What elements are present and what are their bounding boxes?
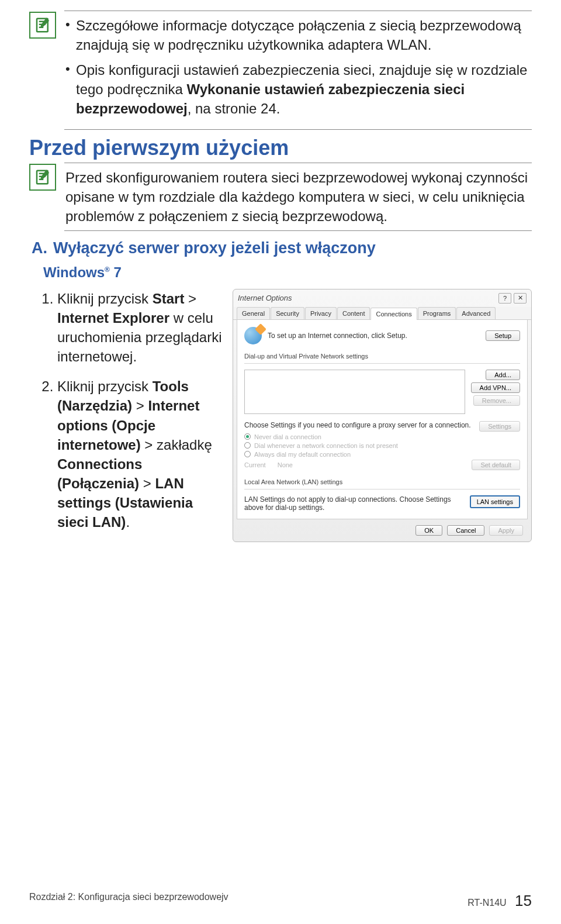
tab-connections[interactable]: Connections xyxy=(370,308,417,320)
remove-button[interactable]: Remove... xyxy=(473,395,520,406)
help-button[interactable]: ? xyxy=(498,293,511,304)
step-2: Kliknij przycisk Tools (Narzędzia) > Int… xyxy=(57,377,222,532)
lan-helptext: LAN Settings do not apply to dial-up con… xyxy=(244,495,464,512)
settings-button[interactable]: Settings xyxy=(479,421,520,432)
note1-item2: Opis konfiguracji ustawień zabezpieczeni… xyxy=(76,60,531,118)
cancel-button[interactable]: Cancel xyxy=(447,525,484,536)
tab-advanced[interactable]: Advanced xyxy=(456,307,496,319)
globe-icon xyxy=(244,327,262,344)
note-box-2: Przed skonfigurowaniem routera sieci bez… xyxy=(64,163,532,231)
dialup-section-label: Dial-up and Virtual Private Network sett… xyxy=(244,353,520,360)
internet-options-dialog: Internet Options ? ✕ General Security Pr… xyxy=(233,289,532,542)
add-button[interactable]: Add... xyxy=(486,370,520,380)
lan-settings-button[interactable]: LAN settings xyxy=(470,495,520,508)
current-label: Current xyxy=(244,461,266,468)
page-number: 15 xyxy=(515,892,532,909)
footer-chapter: Rozdział 2: Konfiguracja sieci bezprzewo… xyxy=(29,892,228,910)
dialup-listbox[interactable] xyxy=(244,370,465,414)
note1-item1: Szczegółowe informacje dotyczące połącze… xyxy=(76,16,531,54)
note-icon xyxy=(29,164,56,191)
lan-section-label: Local Area Network (LAN) settings xyxy=(244,478,520,485)
setup-text: To set up an Internet connection, click … xyxy=(268,332,480,340)
section-title-before-use: Przed pierwszym użyciem xyxy=(29,136,532,160)
radio-always-dial[interactable] xyxy=(244,451,251,457)
close-button[interactable]: ✕ xyxy=(514,293,527,304)
apply-button[interactable]: Apply xyxy=(489,525,523,536)
footer-model: RT-N14U xyxy=(468,898,506,908)
setup-button[interactable]: Setup xyxy=(486,330,520,341)
windows-7-heading: Windows® 7 xyxy=(43,264,532,281)
step-1: Kliknij przycisk Start > Internet Explor… xyxy=(57,289,222,366)
set-default-button[interactable]: Set default xyxy=(472,460,520,470)
tab-general[interactable]: General xyxy=(237,307,270,319)
add-vpn-button[interactable]: Add VPN... xyxy=(471,382,520,393)
note-box-1: Szczegółowe informacje dotyczące połącze… xyxy=(64,11,532,130)
tab-strip: General Security Privacy Content Connect… xyxy=(233,307,531,320)
ok-button[interactable]: OK xyxy=(415,525,442,536)
dialog-title: Internet Options xyxy=(238,294,292,302)
radio-never-dial[interactable] xyxy=(244,433,251,440)
tab-content[interactable]: Content xyxy=(337,307,370,319)
tab-privacy[interactable]: Privacy xyxy=(305,307,337,319)
current-value: None xyxy=(278,461,293,468)
proxy-helptext: Choose Settings if you need to configure… xyxy=(244,421,473,429)
note-icon xyxy=(29,12,56,39)
tab-programs[interactable]: Programs xyxy=(418,307,456,319)
radio-dial-when-no-network[interactable] xyxy=(244,442,251,449)
section-a-heading: A.Wyłączyć serwer proxy jeżeli jest włąc… xyxy=(32,239,532,257)
tab-security[interactable]: Security xyxy=(271,307,304,319)
